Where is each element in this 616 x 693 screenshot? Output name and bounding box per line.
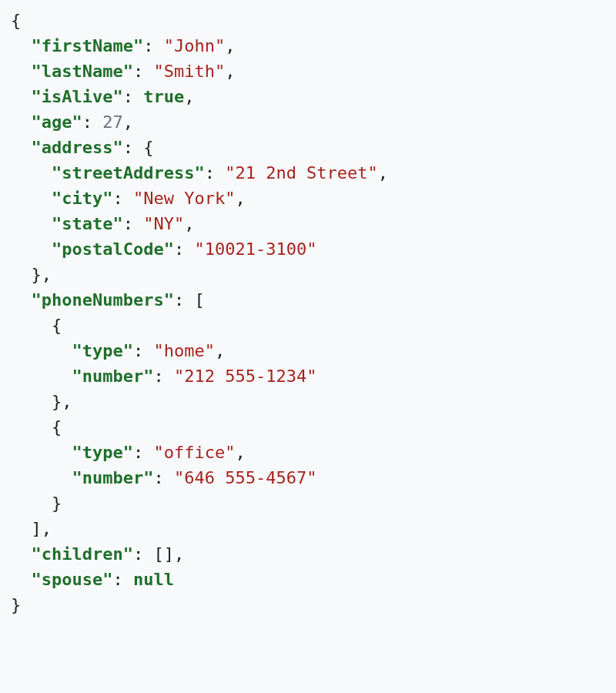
json-entry-phone1-type: "type": "office", [11,440,605,465]
json-array-item-open: { [11,313,605,338]
json-entry-postalCode: "postalCode": "10021-3100" [11,236,605,262]
json-entry-streetAddress: "streetAddress": "21 2nd Street", [11,160,605,186]
json-entry-phone0-number: "number": "212 555-1234" [11,363,605,389]
json-entry-firstName: "firstName": "John", [11,33,605,59]
json-entry-isAlive: "isAlive": true, [11,84,605,109]
json-entry-city: "city": "New York", [11,186,605,211]
brace-open: { [11,8,605,33]
json-entry-spouse: "spouse": null [11,567,605,592]
json-entry-phone0-type: "type": "home", [11,338,605,363]
json-array-item-close: }, [11,389,605,414]
json-array-item-open: { [11,414,605,440]
json-entry-phone1-number: "number": "646 555-4567" [11,465,605,490]
json-entry-address-open: "address": { [11,135,605,160]
json-entry-lastName: "lastName": "Smith", [11,59,605,84]
json-entry-address-close: }, [11,262,605,287]
json-code-block: { "firstName": "John", "lastName": "Smit… [11,8,605,618]
brace-close: } [11,592,605,618]
json-entry-phoneNumbers-close: ], [11,516,605,541]
json-entry-age: "age": 27, [11,109,605,135]
json-entry-phoneNumbers-open: "phoneNumbers": [ [11,287,605,313]
json-entry-state: "state": "NY", [11,211,605,236]
json-array-item-close: } [11,490,605,516]
json-entry-children: "children": [], [11,541,605,567]
